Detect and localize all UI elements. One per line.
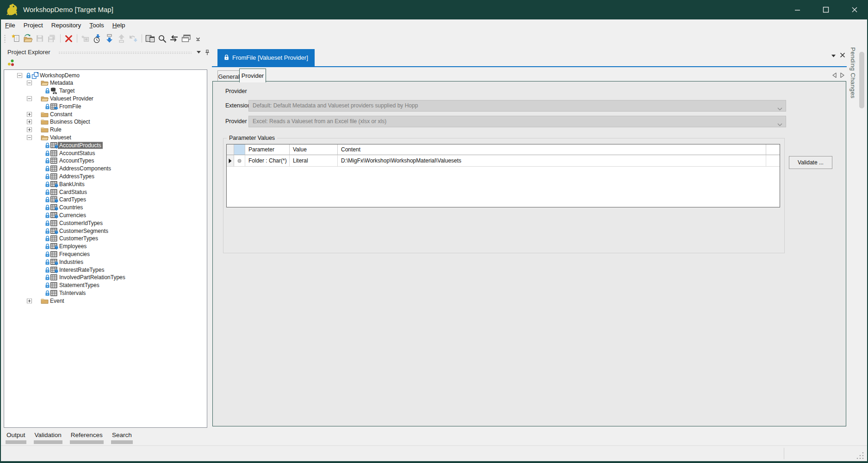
expander-plus-icon[interactable]: [27, 298, 32, 303]
close-button[interactable]: [844, 0, 865, 19]
save-icon[interactable]: [34, 33, 45, 44]
lock-icon: [45, 142, 50, 148]
scroll-right-icon[interactable]: [839, 71, 846, 79]
grid-corner-cell: [227, 144, 234, 155]
panel-menu-dropdown-icon[interactable]: [195, 49, 202, 56]
tree-item-valueset-provider[interactable]: Valueset Provider: [4, 94, 207, 102]
expander-minus-icon[interactable]: [27, 135, 32, 140]
pending-changes-scrollbar-thumb[interactable]: [859, 52, 864, 108]
lock-icon: [45, 166, 50, 172]
grid-cell-parameter[interactable]: Folder : Char(*): [245, 155, 290, 167]
table-icon: [50, 173, 58, 180]
expander-minus-icon[interactable]: [27, 81, 32, 86]
tree-item-event[interactable]: Event: [4, 297, 207, 305]
tree-item-target[interactable]: Target: [4, 87, 207, 95]
undo-checkout-icon[interactable]: [128, 33, 139, 44]
tree-item-employees[interactable]: Employees: [4, 243, 207, 250]
maximize-button[interactable]: [815, 0, 837, 19]
tree-item-accountproducts[interactable]: AccountProducts: [4, 141, 207, 149]
menu-file[interactable]: File: [1, 19, 19, 29]
tree-item-cardtypes[interactable]: CardTypes: [4, 196, 207, 204]
menu-help[interactable]: Help: [108, 19, 130, 29]
tree-item-frequencies[interactable]: Frequencies: [4, 250, 207, 258]
new-item-icon[interactable]: [10, 33, 21, 44]
scroll-left-icon[interactable]: [831, 71, 838, 79]
tab-provider[interactable]: Provider: [239, 69, 266, 82]
properties-window-icon[interactable]: [144, 33, 155, 44]
bottom-tab-output[interactable]: Output: [6, 431, 26, 444]
tree-item-accountstatus[interactable]: AccountStatus: [4, 149, 207, 157]
lock-icon: [45, 267, 50, 273]
lock-icon: [45, 205, 50, 211]
validate-button[interactable]: Validate ...: [789, 156, 832, 169]
tree-item-statementtypes[interactable]: StatementTypes: [4, 282, 207, 289]
row-status-cell: [234, 155, 245, 167]
tree-item-business-object[interactable]: Business Object: [4, 118, 207, 126]
save-all-icon[interactable]: [46, 33, 57, 44]
search-icon[interactable]: [156, 33, 167, 44]
check-in-icon[interactable]: [92, 33, 103, 44]
tree-item-workshopdemo[interactable]: WorkshopDemo: [4, 71, 207, 79]
tree-item-interestratetypes[interactable]: InterestRateTypes: [4, 266, 207, 274]
menu-tools[interactable]: Tools: [85, 19, 108, 29]
status-dots-icon[interactable]: [7, 59, 15, 69]
panel-drag-grip[interactable]: [58, 51, 192, 54]
tree-item-metadata[interactable]: Metadata: [4, 79, 207, 87]
lock-icon: [45, 158, 50, 164]
tree-item-industries[interactable]: Industries: [4, 258, 207, 266]
document-tab[interactable]: FromFile [Valueset Provider]: [217, 49, 315, 66]
overflow-chevron-icon[interactable]: [192, 33, 204, 44]
lock-icon: [45, 173, 50, 179]
tree-item-addresstypes[interactable]: AddressTypes: [4, 172, 207, 180]
expander-plus-icon[interactable]: [27, 119, 32, 125]
tree-item-customersegments[interactable]: CustomerSegments: [4, 227, 207, 235]
get-latest-icon[interactable]: [104, 33, 115, 44]
minimize-button[interactable]: [787, 0, 808, 19]
cascade-windows-icon[interactable]: [180, 33, 192, 44]
tree-item-cardstatus[interactable]: CardStatus: [4, 188, 207, 196]
tree-item-accounttypes[interactable]: AccountTypes: [4, 157, 207, 165]
toolbar-grip[interactable]: [4, 34, 6, 43]
tree-item-countries[interactable]: Countries: [4, 204, 207, 212]
tree-item-fromfile[interactable]: FromFile: [4, 102, 207, 110]
tree-item-tsintervals[interactable]: TsIntervals: [4, 289, 207, 297]
tree-item-bankunits[interactable]: BankUnits: [4, 180, 207, 188]
folder-closed-icon: [41, 119, 49, 125]
add-item-icon[interactable]: [80, 33, 91, 44]
open-folder-icon[interactable]: [22, 33, 33, 44]
delete-icon[interactable]: [63, 33, 74, 44]
tree-item-valueset[interactable]: Valueset: [4, 133, 207, 141]
provider-dropdown[interactable]: Excel: Reads a Valueset from an Excel fi…: [248, 116, 786, 127]
extension-dropdown[interactable]: Default: Default Metadata and Valueset p…: [248, 100, 786, 112]
tree-item-customeridtypes[interactable]: CustomerIdTypes: [4, 219, 207, 227]
sync-arrows-icon[interactable]: [168, 33, 180, 44]
menu-project[interactable]: Project: [19, 19, 47, 29]
menu-repository[interactable]: Repository: [47, 19, 86, 29]
project-explorer-tree: WorkshopDemoMetadataTargetValueset Provi…: [4, 69, 207, 428]
tree-item-rule[interactable]: Rule: [4, 126, 207, 134]
bottom-tab-validation[interactable]: Validation: [34, 431, 62, 444]
expander-minus-icon[interactable]: [27, 96, 32, 101]
document-list-dropdown-icon[interactable]: [829, 52, 837, 60]
tree-item-currencies[interactable]: Currencies: [4, 211, 207, 219]
expander-minus-icon[interactable]: [17, 73, 22, 78]
pin-icon[interactable]: [204, 49, 210, 56]
resize-grip[interactable]: [856, 451, 864, 459]
tree-item-customertypes[interactable]: CustomerTypes: [4, 235, 207, 243]
document-close-icon[interactable]: [838, 51, 847, 59]
expander-plus-icon[interactable]: [27, 127, 32, 132]
bottom-tab-references[interactable]: References: [70, 431, 104, 444]
tree-item-addresscomponents[interactable]: AddressComponents: [4, 165, 207, 173]
grid-cell-value[interactable]: Literal: [290, 155, 338, 167]
tabstrip-accent-line: [212, 66, 847, 67]
tree-item-involvedpartrelationtypes[interactable]: InvolvedPartRelationTypes: [4, 274, 207, 282]
check-out-icon[interactable]: [116, 33, 127, 44]
table-icon: [50, 250, 58, 257]
pending-changes-tab[interactable]: Pending Changes: [849, 47, 856, 99]
expander-plus-icon[interactable]: [27, 112, 32, 117]
bottom-tab-search[interactable]: Search: [111, 431, 133, 444]
row-selector-cell[interactable]: [227, 155, 234, 167]
document-tab-title: FromFile [Valueset Provider]: [232, 54, 308, 61]
tree-item-constant[interactable]: Constant: [4, 110, 207, 118]
grid-cell-content[interactable]: D:\MigFx\Workshop\WorkshopMaterial\Value…: [338, 155, 766, 167]
